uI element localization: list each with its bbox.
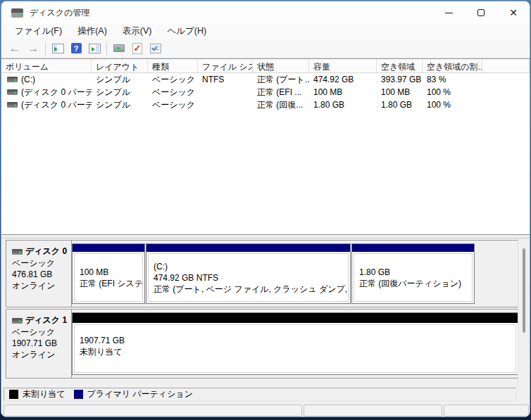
partition-recovery[interactable]: 1.80 GB 正常 (回復パーティション) [351,243,475,304]
volume-percent-free: 100 % [423,86,482,98]
disk-type: ベーシック [12,257,71,269]
volume-type: ベーシック [148,86,198,98]
volume-free-space: 393.97 GB [377,73,423,86]
disk-0-partitions: 100 MB 正常 (EFI システム (C:) 474.92 GB NTFS … [72,241,518,307]
maximize-icon [477,9,485,16]
show-console-tree-button[interactable] [49,41,66,56]
primary-partition-swatch [74,390,83,399]
partition-size: 1907.71 GB [80,335,516,346]
volume-status: 正常 (ブート... [253,73,309,86]
device-properties-icon [113,44,125,52]
volume-icon [7,77,18,82]
window-title: ディスクの管理 [30,7,89,19]
partition-header [73,313,518,323]
legend-label-unallocated: 未割り当て [23,388,65,400]
close-button[interactable]: ✕ [497,1,530,24]
partition-size: 100 MB [80,267,142,278]
volume-type: ベーシック [148,98,198,111]
partition-efi[interactable]: 100 MB 正常 (EFI システム [72,243,145,304]
volume-row-efi[interactable]: (ディスク 0 パーティシ... シンプル ベーシック 正常 (EFI ... … [1,86,530,98]
disk-1-row: ディスク 1 ベーシック 1907.71 GB オンライン 1907.71 GB… [6,309,518,378]
volume-filesystem [198,86,253,98]
disk-status: オンライン [12,349,71,360]
back-button[interactable]: ← [6,41,23,56]
volume-percent-free: 100 % [423,98,482,111]
column-header-status[interactable]: 状態 [253,59,309,72]
volume-row-c[interactable]: (C:) シンプル ベーシック NTFS 正常 (ブート... 474.92 G… [1,73,530,86]
status-pane [444,405,529,416]
column-header-free-space[interactable]: 空き領域 [377,59,423,72]
task-list-button[interactable] [147,41,164,56]
menu-file[interactable]: ファイル(F) [8,24,68,39]
column-header-capacity[interactable]: 容量 [309,59,377,72]
partition-c[interactable]: (C:) 474.92 GB NTFS 正常 (ブート, ページ ファイル, ク… [146,243,351,304]
volume-icon [7,102,18,108]
forward-button[interactable]: → [25,41,42,56]
back-icon: ← [9,42,21,56]
toolbar-separator [45,42,46,55]
column-header-filesystem[interactable]: ファイル システム [198,59,253,72]
disk-name: ディスク 0 [25,246,67,257]
partition-status: 正常 (回復パーティション) [359,278,472,289]
volume-percent-free: 83 % [423,73,482,86]
disk-name: ディスク 1 [25,314,67,326]
window-controls: ✕ [432,1,530,24]
volume-free-space: 100 MB [377,86,423,98]
check-document-icon: ✓ [132,43,142,54]
disk-size: 1907.71 GB [12,338,71,349]
partition-size: 474.92 GB NTFS [154,272,348,284]
disk-1-info[interactable]: ディスク 1 ベーシック 1907.71 GB オンライン [6,310,72,378]
partition-name: (C:) [154,261,348,272]
menu-view[interactable]: 表示(V) [116,24,158,39]
vertical-scrollbar[interactable] [518,238,528,387]
volume-list-header: ボリューム レイアウト 種類 ファイル システム 状態 容量 空き領域 空き領域… [1,59,530,73]
volume-capacity: 474.92 GB [309,73,377,86]
check-disk-button[interactable]: ✓ [129,41,146,56]
volume-free-space: 1.80 GB [377,98,423,111]
column-header-percent-free[interactable]: 空き領域の割... [423,59,482,72]
volume-layout: シンプル [92,98,148,111]
volume-filesystem: NTFS [198,73,253,86]
volume-layout: シンプル [92,73,148,86]
maximize-button[interactable] [465,1,497,24]
column-header-type[interactable]: 種類 [148,59,198,72]
partition-header [146,244,350,252]
menu-action[interactable]: 操作(A) [71,24,113,39]
volume-name: (ディスク 0 パーティシ... [21,86,92,98]
volume-layout: シンプル [92,86,148,98]
task-list-icon [150,44,161,53]
status-bar [1,402,530,417]
close-icon: ✕ [509,8,518,18]
column-header-layout[interactable]: レイアウト [92,59,148,72]
partition-status: 正常 (ブート, ページ ファイル, クラッシュ ダンプ, ベーシック デー [154,284,348,295]
column-header-volume[interactable]: ボリューム [1,59,92,72]
toolbar: ← → ? ✓ [1,39,530,58]
volume-row-recovery[interactable]: (ディスク 0 パーティシ... シンプル ベーシック 正常 (回復... 1.… [1,98,530,111]
minimize-button[interactable] [432,1,465,24]
show-action-pane-button[interactable] [86,41,103,56]
volume-name: (ディスク 0 パーティシ... [21,98,92,111]
volume-name: (C:) [21,73,35,86]
legend-label-primary: プライマリ パーティション [87,388,193,400]
volume-filesystem [198,98,253,111]
partition-header [73,244,144,252]
disk-0-row: ディスク 0 ベーシック 476.81 GB オンライン 100 MB 正常 (… [6,240,518,307]
help-button[interactable]: ? [68,41,85,56]
device-properties-button[interactable] [111,41,127,56]
column-header-filler [482,59,530,72]
menu-bar: ファイル(F) 操作(A) 表示(V) ヘルプ(H) [1,24,530,39]
partition-size: 1.80 GB [359,267,472,278]
status-pane [304,405,442,416]
partition-status: 未割り当て [80,346,516,357]
partition-unallocated[interactable]: 1907.71 GB 未割り当て [72,312,518,375]
disk-icon [12,318,23,324]
unallocated-swatch [9,390,18,399]
volume-icon [7,89,18,95]
menu-help[interactable]: ヘルプ(H) [161,24,213,39]
status-pane [4,405,302,416]
disk-management-window: ディスクの管理 ✕ ファイル(F) 操作(A) 表示(V) ヘルプ(H) ← →… [1,1,530,417]
scrollbar-thumb[interactable] [523,248,525,333]
toolbar-separator [106,42,107,55]
action-pane-icon [89,44,101,53]
disk-0-info[interactable]: ディスク 0 ベーシック 476.81 GB オンライン [6,241,72,307]
